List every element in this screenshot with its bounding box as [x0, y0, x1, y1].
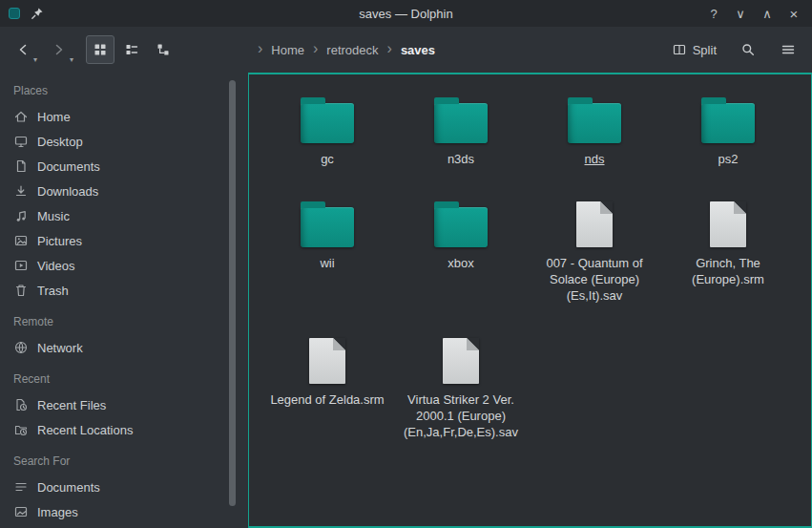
search-images-icon — [13, 504, 29, 519]
folder-icon — [301, 207, 354, 247]
file-item-legend-of-zelda[interactable]: Legend of Zelda.srm — [261, 328, 393, 408]
dolphin-window: saves — Dolphin ? ∨ ∧ × ▾ ▾ — [0, 0, 812, 528]
sidebar-item-label: Images — [37, 505, 78, 519]
folder-item-nds[interactable]: nds — [529, 88, 660, 167]
tree-view-button[interactable] — [149, 35, 177, 64]
file-item-label: ps2 — [718, 151, 739, 167]
split-button-label: Split — [693, 43, 717, 57]
forward-dropdown-icon[interactable]: ▾ — [70, 56, 73, 64]
sidebar-item-music[interactable]: Music — [11, 203, 239, 228]
sidebar-item-recent-locations[interactable]: Recent Locations — [11, 417, 239, 442]
menu-button[interactable] — [774, 35, 802, 64]
hamburger-menu-icon — [781, 42, 796, 57]
back-button[interactable]: ▾ — [8, 35, 38, 64]
network-icon — [13, 340, 29, 355]
sidebar-item-search-audio[interactable]: Audio — [11, 524, 239, 528]
sidebar-item-label: Music — [37, 209, 70, 223]
minimize-button[interactable]: ∨ — [730, 3, 751, 24]
section-recent: Recent — [13, 372, 239, 386]
sidebar-item-videos[interactable]: Videos — [11, 253, 239, 278]
sidebar-scrollbar[interactable] — [229, 80, 236, 506]
documents-icon — [13, 158, 29, 174]
breadcrumb-saves[interactable]: saves — [401, 43, 435, 57]
recent-locations-icon — [13, 422, 29, 437]
sidebar-item-label: Recent Files — [37, 398, 106, 412]
search-button[interactable] — [734, 35, 762, 64]
desktop-icon — [13, 134, 29, 149]
sidebar-item-recent-files[interactable]: Recent Files — [11, 392, 239, 417]
sidebar-item-desktop[interactable]: Desktop — [11, 129, 239, 154]
sidebar-item-label: Downloads — [37, 184, 98, 199]
folder-item-wii[interactable]: wii — [261, 192, 393, 271]
chevron-right-icon: › — [258, 41, 262, 56]
window-controls: ? ∨ ∧ × — [703, 0, 804, 27]
view-mode-buttons — [86, 35, 177, 64]
titlebar: saves — Dolphin ? ∨ ∧ × — [0, 0, 812, 27]
folder-icon — [434, 103, 488, 143]
file-item-virtua-striker[interactable]: Virtua Striker 2 Ver. 2000.1 (Europe) (E… — [395, 328, 527, 440]
file-item-grinch[interactable]: Grinch, The (Europe).srm — [662, 192, 794, 287]
file-item-label: Virtua Striker 2 Ver. 2000.1 (Europe) (E… — [398, 391, 524, 440]
folder-icon — [701, 103, 755, 143]
back-dropdown-icon[interactable]: ▾ — [33, 56, 37, 64]
sidebar-item-downloads[interactable]: Downloads — [11, 179, 239, 203]
breadcrumb-home[interactable]: Home — [271, 43, 304, 57]
search-documents-icon — [13, 479, 29, 495]
places-panel: Places Home Desktop Documents Downloads … — [0, 73, 239, 528]
close-button[interactable]: × — [783, 3, 804, 24]
sidebar-item-home[interactable]: Home — [11, 104, 239, 129]
details-view-icon — [124, 42, 139, 57]
search-icon — [740, 42, 756, 57]
sidebar-item-network[interactable]: Network — [11, 335, 239, 360]
recent-files-icon — [13, 397, 29, 412]
folder-item-xbox[interactable]: xbox — [395, 192, 527, 271]
sidebar-item-label: Videos — [37, 259, 75, 273]
chevron-right-icon: › — [387, 41, 392, 56]
toolbar: ▾ ▾ — [0, 27, 812, 73]
forward-button[interactable]: ▾ — [44, 35, 74, 64]
breadcrumb: › Home › retrodeck › saves — [258, 42, 435, 57]
folder-item-gc[interactable]: gc — [261, 88, 393, 167]
folder-icon — [301, 103, 354, 143]
file-item-label: Grinch, The (Europe).srm — [665, 255, 791, 287]
sidebar-item-pictures[interactable]: Pictures — [11, 228, 239, 253]
folder-item-n3ds[interactable]: n3ds — [395, 88, 527, 167]
sidebar-item-label: Trash — [37, 284, 69, 298]
downloads-icon — [13, 183, 29, 199]
file-item-label: nds — [585, 151, 605, 167]
sidebar-item-search-documents[interactable]: Documents — [11, 475, 239, 499]
sidebar-item-trash[interactable]: Trash — [11, 278, 239, 303]
split-icon — [672, 42, 687, 57]
file-item-label: gc — [321, 151, 334, 167]
split-button[interactable]: Split — [666, 38, 722, 61]
details-view-button[interactable] — [117, 35, 146, 64]
sidebar-item-search-images[interactable]: Images — [11, 499, 239, 524]
file-item-label: n3ds — [448, 151, 474, 167]
sidebar-item-documents[interactable]: Documents — [11, 154, 239, 179]
toolbar-right: Split — [666, 35, 802, 64]
file-item-007-quantum-of-solace[interactable]: 007 - Quantum of Solace (Europe) (Es,It)… — [529, 192, 660, 304]
file-view: gc n3ds nds ps2 wii xbox — [248, 73, 812, 528]
music-icon — [13, 208, 29, 223]
file-item-label: xbox — [448, 255, 473, 271]
file-item-label: Legend of Zelda.srm — [270, 391, 384, 408]
file-item-label: 007 - Quantum of Solace (Europe) (Es,It)… — [531, 255, 657, 304]
folder-item-ps2[interactable]: ps2 — [662, 88, 794, 167]
home-icon — [13, 109, 29, 124]
forward-icon — [52, 42, 67, 57]
icons-view-button[interactable] — [86, 35, 115, 64]
sidebar-item-label: Documents — [37, 480, 100, 495]
trash-icon — [13, 283, 29, 298]
file-icon — [309, 338, 345, 384]
folder-icon — [568, 103, 621, 143]
breadcrumb-retrodeck[interactable]: retrodeck — [326, 43, 378, 57]
file-item-label: wii — [320, 255, 334, 271]
nav-buttons: ▾ ▾ — [8, 35, 74, 64]
maximize-button[interactable]: ∧ — [757, 3, 778, 24]
chevron-right-icon: › — [313, 41, 318, 56]
back-icon — [15, 42, 31, 57]
help-button[interactable]: ? — [703, 3, 724, 24]
sidebar-item-label: Pictures — [37, 234, 82, 248]
icons-view-icon — [93, 42, 108, 57]
videos-icon — [13, 258, 29, 273]
